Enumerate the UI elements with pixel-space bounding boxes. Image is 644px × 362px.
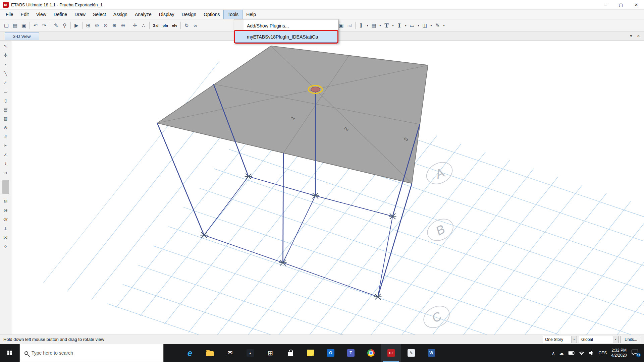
3d-model-viewport[interactable]: A B C — [11, 41, 644, 335]
run-analysis-icon[interactable]: ▶ — [72, 21, 81, 30]
menu-assign[interactable]: Assign — [110, 10, 131, 19]
teams-icon[interactable]: T — [341, 344, 361, 362]
menu-tools[interactable]: Tools — [223, 10, 243, 19]
frame-section-caret[interactable]: ▾ — [366, 21, 370, 30]
pier-caret[interactable]: ▾ — [429, 21, 433, 30]
quick-draw-floor-icon[interactable]: ▤ — [1, 105, 10, 114]
calculator-icon[interactable]: ⊞ — [260, 344, 280, 362]
draw-wall-icon[interactable]: ▯ — [1, 96, 10, 105]
minimize-button[interactable]: – — [598, 0, 613, 9]
nd-label[interactable]: nd — [345, 21, 354, 30]
rotate-3d-view-icon[interactable]: ↻ — [182, 21, 191, 30]
rubber-band-zoom-icon[interactable]: ⊞ — [84, 21, 93, 30]
draw-joint-icon[interactable]: ∙ — [1, 60, 10, 69]
save-model-icon[interactable]: ▣ — [19, 21, 28, 30]
model-canvas[interactable]: A B C — [11, 41, 644, 335]
draw-link-icon[interactable]: ≀ — [1, 159, 10, 168]
task-view-button[interactable] — [164, 344, 180, 362]
open-model-icon[interactable]: ▤ — [11, 21, 19, 30]
outlook-icon[interactable]: O — [321, 344, 341, 362]
tee-section-caret[interactable]: ▾ — [391, 21, 395, 30]
similar-stories-icon[interactable]: ◊ — [1, 242, 10, 251]
story-mode-select[interactable]: One Story ▾ — [543, 336, 577, 343]
menu-edit[interactable]: Edit — [17, 10, 33, 19]
menu-options[interactable]: Options — [200, 10, 223, 19]
quick-draw-wall-icon[interactable]: ▥ — [1, 114, 10, 123]
deck-section-caret[interactable]: ▾ — [378, 21, 382, 30]
language-indicator[interactable]: CES — [599, 351, 607, 355]
spandrel-icon[interactable]: ▭ — [408, 21, 417, 30]
tab-3d-view[interactable]: 3-D View — [5, 32, 39, 40]
zoom-out-icon[interactable]: ⊖ — [119, 21, 127, 30]
new-model-icon[interactable]: ▢ — [2, 21, 11, 30]
chrome-icon[interactable] — [361, 344, 381, 362]
tab-menu-icon[interactable]: ▼ — [629, 34, 633, 38]
view-elevation-button[interactable]: elv — [170, 21, 179, 30]
tee-section-icon[interactable]: T — [382, 21, 391, 30]
close-button[interactable]: ✕ — [629, 0, 644, 9]
menu-file[interactable]: File — [2, 10, 17, 19]
pan-icon[interactable]: ✛ — [130, 21, 139, 30]
draw-floor-icon[interactable]: ▭ — [1, 87, 10, 96]
tools-menu-idea-statica-plugin[interactable]: myETABSv18PlugIn_IDEAStatiCa — [234, 31, 338, 42]
draw-grid-icon[interactable]: # — [1, 132, 10, 141]
taskbar-search[interactable] — [19, 344, 164, 362]
photos-icon[interactable]: ▲ — [240, 344, 260, 362]
reshape-icon[interactable]: ✜ — [1, 51, 10, 60]
zoom-in-icon[interactable]: ⊕ — [110, 21, 119, 30]
edge-icon[interactable]: e — [180, 344, 200, 362]
snap-to-frames-icon[interactable]: ⋈ — [1, 233, 10, 242]
edit-pencil-icon[interactable]: ✎ — [52, 21, 60, 30]
previous-selection-button[interactable]: ps — [1, 206, 10, 215]
restore-full-view-icon[interactable]: ⊘ — [93, 21, 101, 30]
perspective-toggle-icon[interactable]: ∞ — [191, 21, 200, 30]
select-pointer-icon[interactable]: ↖ — [1, 42, 10, 51]
select-all-button[interactable]: all — [1, 197, 10, 206]
deck-section-icon[interactable]: ▤ — [370, 21, 378, 30]
undo-icon[interactable]: ↶ — [31, 21, 40, 30]
menu-display[interactable]: Display — [155, 10, 178, 19]
section-cut-icon[interactable]: ✂ — [1, 141, 10, 150]
taskbar-clock[interactable]: 2:32 PM 4/2/2020 — [611, 348, 627, 358]
view-3d-button[interactable]: 3-d — [151, 21, 161, 30]
etabs-taskbar-icon[interactable]: ET — [381, 344, 401, 362]
pier-icon[interactable]: ◫ — [421, 21, 429, 30]
onedrive-cloud-icon[interactable]: ☁ — [559, 351, 564, 356]
snap-to-joints-icon[interactable]: ⊥ — [1, 224, 10, 233]
sticky-notes-icon[interactable] — [301, 344, 321, 362]
menu-help[interactable]: Help — [243, 10, 260, 19]
coord-system-select[interactable]: Global ▾ — [579, 336, 619, 343]
menu-define[interactable]: Define — [50, 10, 71, 19]
word-icon[interactable]: W — [421, 344, 441, 362]
menu-draw[interactable]: Draw — [71, 10, 89, 19]
frame-section-icon[interactable]: I — [357, 21, 366, 30]
maximize-button[interactable]: ▢ — [613, 0, 629, 9]
spandrel-caret[interactable]: ▾ — [417, 21, 421, 30]
tools-menu-add-show-plugins[interactable]: Add/Show Plugins... — [234, 20, 338, 31]
show-hidden-icons-chevron[interactable]: ∧ — [552, 351, 555, 356]
menu-view[interactable]: View — [33, 10, 50, 19]
column-section-icon[interactable]: I — [395, 21, 404, 30]
previous-zoom-icon[interactable]: ⊙ — [101, 21, 110, 30]
mail-icon[interactable]: ✉ — [220, 344, 240, 362]
quick-draw-frame-icon[interactable]: ∕ — [1, 78, 10, 87]
start-button[interactable] — [0, 344, 19, 362]
redo-icon[interactable]: ↷ — [40, 21, 49, 30]
view-plan-button[interactable]: pln — [161, 21, 170, 30]
chevron-down-icon[interactable]: ▾ — [613, 336, 618, 343]
draw-properties-icon[interactable]: ✎ — [433, 21, 442, 30]
column-section-caret[interactable]: ▾ — [404, 21, 408, 30]
draw-brace-icon[interactable]: ⊿ — [1, 168, 10, 177]
menu-analyze[interactable]: Analyze — [131, 10, 155, 19]
wifi-icon[interactable] — [579, 351, 585, 355]
roof-slab[interactable] — [157, 46, 428, 183]
units-button[interactable]: Units... — [621, 336, 641, 343]
chevron-down-icon[interactable]: ▾ — [571, 336, 577, 343]
draw-frame-icon[interactable]: ╲ — [1, 69, 10, 78]
draw-properties-caret[interactable]: ▾ — [442, 21, 446, 30]
battery-icon[interactable] — [568, 351, 574, 355]
speaker-icon[interactable] — [589, 351, 594, 355]
tab-close-icon[interactable]: ✕ — [637, 34, 640, 38]
file-explorer-icon[interactable] — [200, 344, 220, 362]
base-beams[interactable] — [204, 176, 392, 297]
